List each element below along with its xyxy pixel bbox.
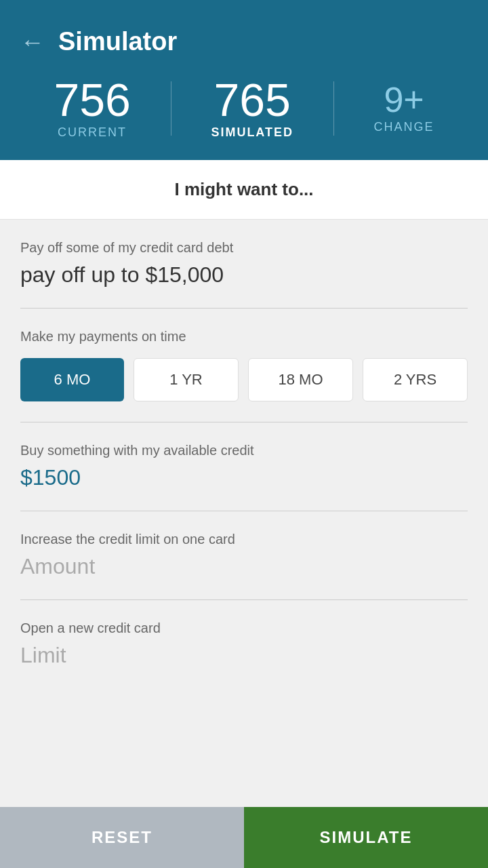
credit-card-debt-label: Pay off some of my credit card debt xyxy=(20,240,468,256)
page-title: Simulator xyxy=(58,27,177,56)
header: ← Simulator 756 CURRENT 765 SIMULATED 9+… xyxy=(0,0,488,160)
change-score-label: CHANGE xyxy=(374,120,434,134)
simulated-score-item: 765 SIMULATED xyxy=(211,77,293,140)
score-divider-2 xyxy=(333,81,334,136)
available-credit-label: Buy something with my available credit xyxy=(20,443,468,458)
time-btn-18mo[interactable]: 18 MO xyxy=(248,358,353,401)
new-credit-card-value[interactable]: Limit xyxy=(20,643,468,682)
time-btn-6mo[interactable]: 6 MO xyxy=(20,358,124,401)
subtitle-section: I might want to... xyxy=(0,160,488,220)
payments-on-time-label: Make my payments on time xyxy=(20,329,468,344)
time-btn-2yrs[interactable]: 2 YRS xyxy=(363,358,468,401)
time-btn-1yr[interactable]: 1 YR xyxy=(134,358,239,401)
change-score-number: 9+ xyxy=(374,82,434,117)
time-buttons-group: 6 MO 1 YR 18 MO 2 YRS xyxy=(20,351,468,415)
back-button[interactable]: ← xyxy=(20,28,45,56)
simulated-score-label: SIMULATED xyxy=(211,125,293,140)
credit-limit-value[interactable]: Amount xyxy=(20,554,468,593)
new-credit-card-label: Open a new credit card xyxy=(20,620,468,636)
subtitle-text: I might want to... xyxy=(20,179,468,200)
simulate-button[interactable]: SIMULATE xyxy=(244,807,488,868)
content-area: Pay off some of my credit card debt pay … xyxy=(0,220,488,807)
current-score-number: 756 xyxy=(54,77,130,123)
new-credit-card-section: Open a new credit card Limit xyxy=(0,600,488,688)
header-nav: ← Simulator xyxy=(20,27,468,56)
available-credit-value[interactable]: $1500 xyxy=(20,465,468,504)
credit-limit-section: Increase the credit limit on one card Am… xyxy=(0,511,488,599)
reset-button[interactable]: RESET xyxy=(0,807,244,868)
scores-row: 756 CURRENT 765 SIMULATED 9+ CHANGE xyxy=(20,77,468,140)
credit-card-debt-section: Pay off some of my credit card debt pay … xyxy=(0,220,488,308)
payments-on-time-section: Make my payments on time 6 MO 1 YR 18 MO… xyxy=(0,309,488,422)
simulated-score-number: 765 xyxy=(211,77,293,123)
credit-card-debt-value[interactable]: pay off up to $15,000 xyxy=(20,262,468,301)
credit-limit-label: Increase the credit limit on one card xyxy=(20,532,468,547)
current-score-label: CURRENT xyxy=(54,125,130,140)
available-credit-section: Buy something with my available credit $… xyxy=(0,422,488,511)
bottom-bar: RESET SIMULATE xyxy=(0,807,488,868)
current-score-item: 756 CURRENT xyxy=(54,77,130,140)
change-score-item: 9+ CHANGE xyxy=(374,82,434,134)
score-divider-1 xyxy=(171,81,171,136)
